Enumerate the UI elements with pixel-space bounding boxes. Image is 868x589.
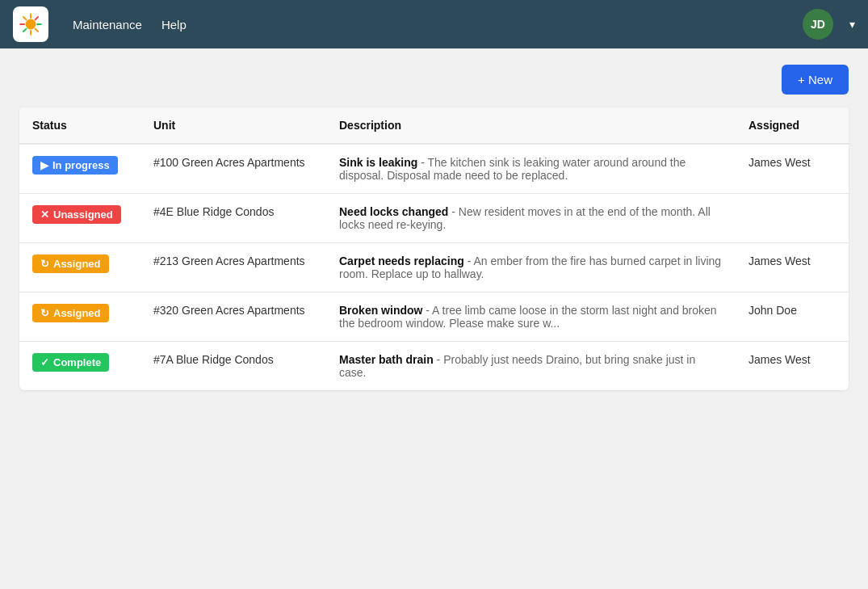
maintenance-table-wrap: Status Unit Description Assigned ▶In pro… <box>19 107 849 390</box>
main-content: + New Status Unit Description Assigned ▶… <box>0 48 868 406</box>
badge-icon: ✕ <box>40 208 49 221</box>
new-button[interactable]: + New <box>782 65 849 95</box>
table-row[interactable]: ↻Assigned#213 Green Acres ApartmentsCarp… <box>19 243 849 292</box>
cell-assigned: John Doe <box>736 292 849 342</box>
table-row[interactable]: ✓Complete#7A Blue Ridge CondosMaster bat… <box>19 342 849 391</box>
svg-line-7 <box>36 17 38 19</box>
description-title: Carpet needs replacing <box>339 255 464 267</box>
cell-unit: #320 Green Acres Apartments <box>140 292 326 342</box>
badge-label: Complete <box>53 356 101 368</box>
nav-help[interactable]: Help <box>153 13 195 36</box>
status-badge: ✓Complete <box>32 353 109 372</box>
cell-unit: #213 Green Acres Apartments <box>140 243 326 292</box>
cell-status: ✕Unassigned <box>19 194 140 243</box>
cell-description: Master bath drain - Probably just needs … <box>326 342 736 391</box>
status-badge: ↻Assigned <box>32 255 109 273</box>
cell-description: Carpet needs replacing - An ember from t… <box>326 243 736 292</box>
status-badge: ↻Assigned <box>32 304 109 322</box>
table-row[interactable]: ✕Unassigned#4E Blue Ridge CondosNeed loc… <box>19 194 849 243</box>
badge-label: In progress <box>52 159 110 171</box>
col-header-description: Description <box>326 107 736 144</box>
description-title: Need locks changed <box>339 205 448 218</box>
cell-unit: #100 Green Acres Apartments <box>140 144 326 194</box>
table-header: Status Unit Description Assigned <box>19 107 849 144</box>
badge-icon: ✓ <box>40 356 49 368</box>
description-title: Master bath drain <box>339 353 434 366</box>
cell-status: ↻Assigned <box>19 292 140 342</box>
col-header-status: Status <box>19 107 140 144</box>
cell-status: ▶In progress <box>19 144 140 194</box>
table-body: ▶In progress#100 Green Acres ApartmentsS… <box>19 144 849 390</box>
description-title: Broken window <box>339 304 422 317</box>
navbar: Maintenance Help JD ▾ <box>0 0 868 48</box>
table-row[interactable]: ↻Assigned#320 Green Acres ApartmentsBrok… <box>19 292 849 342</box>
maintenance-table: Status Unit Description Assigned ▶In pro… <box>19 107 849 390</box>
badge-label: Assigned <box>53 258 101 270</box>
description-title: Sink is leaking <box>339 156 417 169</box>
cell-unit: #7A Blue Ridge Condos <box>140 342 326 391</box>
cell-assigned: James West <box>736 144 849 194</box>
cell-description: Broken window - A tree limb came loose i… <box>326 292 736 342</box>
svg-line-8 <box>23 29 26 32</box>
nav-maintenance[interactable]: Maintenance <box>65 13 150 36</box>
cell-assigned <box>736 194 849 243</box>
app-logo <box>13 6 48 42</box>
nav-links: Maintenance Help <box>65 13 421 36</box>
cell-description: Need locks changed - New resident moves … <box>326 194 736 243</box>
toolbar: + New <box>19 65 849 95</box>
badge-label: Unassigned <box>53 208 113 221</box>
col-header-unit: Unit <box>140 107 326 144</box>
status-badge: ✕Unassigned <box>32 205 121 224</box>
cell-assigned: James West <box>736 243 849 292</box>
svg-line-6 <box>36 29 38 32</box>
table-row[interactable]: ▶In progress#100 Green Acres ApartmentsS… <box>19 144 849 194</box>
cell-description: Sink is leaking - The kitchen sink is le… <box>326 144 736 194</box>
cell-unit: #4E Blue Ridge Condos <box>140 194 326 243</box>
cell-status: ✓Complete <box>19 342 140 391</box>
col-header-assigned: Assigned <box>736 107 849 144</box>
status-badge: ▶In progress <box>32 156 118 175</box>
cell-status: ↻Assigned <box>19 243 140 292</box>
cell-assigned: James West <box>736 342 849 391</box>
badge-icon: ↻ <box>40 258 49 270</box>
user-avatar[interactable]: JD <box>803 9 833 40</box>
badge-icon: ▶ <box>40 159 48 171</box>
avatar-dropdown-arrow[interactable]: ▾ <box>849 18 855 31</box>
badge-icon: ↻ <box>40 307 49 319</box>
svg-point-0 <box>26 19 36 30</box>
badge-label: Assigned <box>53 307 101 319</box>
svg-line-5 <box>23 17 26 19</box>
